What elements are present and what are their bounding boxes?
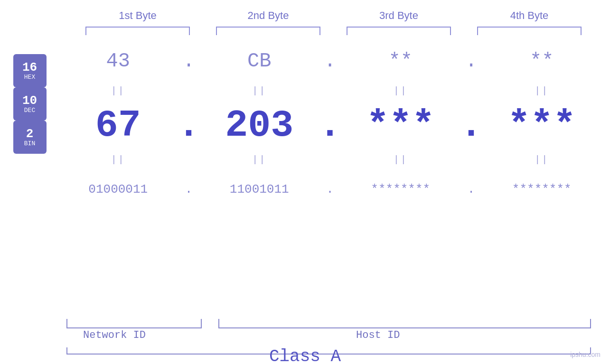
eq-sep-1: || || || ||	[59, 83, 601, 99]
eq-sep-2: || || || ||	[59, 151, 601, 168]
data-area: 43 . CB . ** . **	[59, 40, 610, 211]
bin-badge-number: 2	[26, 128, 34, 140]
dec-dot-2: .	[318, 104, 342, 147]
byte-label-3: 3rd Byte	[342, 9, 456, 22]
hex-row: 43 . CB . ** . **	[59, 40, 601, 83]
hex-badge-number: 16	[22, 61, 37, 74]
bin-badge-label: BIN	[24, 140, 35, 147]
hex-badge: 16 HEX	[13, 54, 47, 87]
hex-dot-2: .	[318, 50, 342, 73]
hex-dot-1: .	[177, 50, 201, 73]
byte-label-4: 4th Byte	[472, 9, 586, 22]
dec-val-2: 203	[201, 104, 319, 147]
byte-label-1: 1st Byte	[81, 9, 195, 22]
dec-badge: 10 DEC	[13, 87, 47, 121]
hex-dot-3: .	[460, 50, 483, 73]
badges-column: 16 HEX 10 DEC 2 BIN	[0, 40, 59, 182]
bin-dot-1: .	[177, 182, 201, 196]
bin-val-3: ********	[342, 182, 460, 196]
bracket-1	[85, 27, 190, 35]
dec-row: 67 . 203 . *** . ***	[59, 99, 601, 151]
dec-dot-3: .	[460, 104, 483, 147]
dec-val-1: 67	[59, 104, 177, 147]
dec-val-4: ***	[483, 104, 601, 147]
top-brackets	[73, 27, 595, 35]
bin-row: 01000011 . 11001011 . ******** .	[59, 168, 601, 211]
bracket-4	[477, 27, 582, 35]
byte-label-2: 2nd Byte	[211, 9, 325, 22]
class-label: Class A	[0, 347, 610, 364]
dec-dot-1: .	[177, 104, 201, 147]
main-container: 1st Byte 2nd Byte 3rd Byte 4th Byte 16 H…	[0, 0, 610, 364]
bracket-2	[216, 27, 320, 35]
bin-badge: 2 BIN	[13, 121, 47, 154]
host-id-label: Host ID	[356, 329, 400, 341]
bin-dot-3: .	[460, 182, 483, 196]
host-bracket	[218, 319, 591, 328]
bin-val-4: ********	[483, 182, 601, 196]
hex-val-3: **	[342, 50, 460, 73]
dec-badge-number: 10	[22, 94, 37, 107]
dec-val-3: ***	[342, 104, 460, 147]
hex-val-1: 43	[59, 50, 177, 73]
bin-dot-2: .	[318, 182, 342, 196]
hex-val-4: **	[483, 50, 601, 73]
watermark: ipshu.com	[570, 351, 601, 358]
bin-val-1: 01000011	[59, 182, 177, 196]
hex-val-2: CB	[201, 50, 319, 73]
dec-badge-label: DEC	[24, 107, 35, 114]
network-id-label: Network ID	[83, 329, 146, 341]
hex-badge-label: HEX	[24, 74, 35, 81]
bracket-3	[347, 27, 451, 35]
bin-val-2: 11001011	[201, 182, 319, 196]
network-bracket	[66, 319, 202, 328]
byte-headers: 1st Byte 2nd Byte 3rd Byte 4th Byte	[73, 9, 595, 22]
bottom-section: Network ID Host ID Class A	[0, 319, 610, 364]
